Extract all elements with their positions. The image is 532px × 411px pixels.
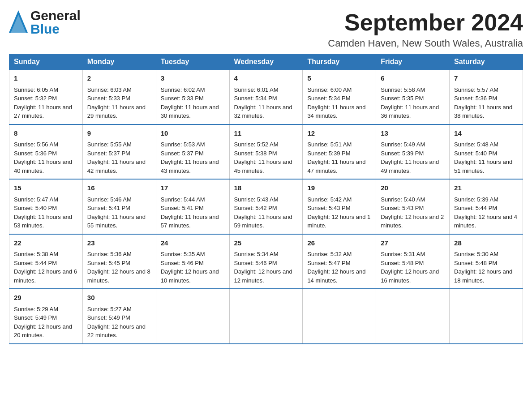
- day-info: Sunrise: 5:39 AMSunset: 5:44 PMDaylight:…: [454, 196, 517, 229]
- day-number: 19: [307, 183, 371, 193]
- day-number: 5: [307, 73, 371, 84]
- table-row: 13 Sunrise: 5:49 AMSunset: 5:39 PMDaylig…: [376, 124, 450, 180]
- day-number: 18: [234, 183, 298, 193]
- day-number: 9: [87, 128, 151, 139]
- day-info: Sunrise: 5:44 AMSunset: 5:41 PMDaylight:…: [161, 196, 219, 229]
- day-number: 12: [307, 128, 371, 139]
- header-monday: Monday: [82, 54, 156, 70]
- table-row: 30 Sunrise: 5:27 AMSunset: 5:49 PMDaylig…: [82, 289, 156, 344]
- day-info: Sunrise: 5:29 AMSunset: 5:49 PMDaylight:…: [14, 306, 72, 339]
- day-number: 25: [234, 238, 298, 248]
- day-info: Sunrise: 5:55 AMSunset: 5:37 PMDaylight:…: [87, 141, 146, 174]
- day-info: Sunrise: 5:47 AMSunset: 5:40 PMDaylight:…: [14, 196, 72, 229]
- table-row: 20 Sunrise: 5:40 AMSunset: 5:43 PMDaylig…: [376, 179, 450, 234]
- table-row: 16 Sunrise: 5:46 AMSunset: 5:41 PMDaylig…: [82, 179, 156, 234]
- day-info: Sunrise: 5:53 AMSunset: 5:37 PMDaylight:…: [161, 141, 219, 174]
- calendar-week-row: 15 Sunrise: 5:47 AMSunset: 5:40 PMDaylig…: [9, 179, 523, 234]
- table-row: 19 Sunrise: 5:42 AMSunset: 5:43 PMDaylig…: [303, 179, 376, 234]
- day-info: Sunrise: 5:27 AMSunset: 5:49 PMDaylight:…: [87, 306, 146, 339]
- day-number: 14: [454, 128, 518, 139]
- page-header: General Blue September 2024 Camden Haven…: [9, 9, 523, 49]
- day-info: Sunrise: 5:38 AMSunset: 5:44 PMDaylight:…: [14, 251, 77, 284]
- table-row: 7 Sunrise: 5:57 AMSunset: 5:36 PMDayligh…: [450, 70, 523, 124]
- day-number: 7: [454, 73, 518, 84]
- day-number: 29: [14, 293, 78, 303]
- day-info: Sunrise: 5:43 AMSunset: 5:42 PMDaylight:…: [234, 196, 292, 229]
- day-number: 13: [381, 128, 445, 139]
- table-row: 26 Sunrise: 5:32 AMSunset: 5:47 PMDaylig…: [303, 234, 376, 289]
- day-info: Sunrise: 6:05 AMSunset: 5:32 PMDaylight:…: [14, 86, 72, 120]
- table-row: 15 Sunrise: 5:47 AMSunset: 5:40 PMDaylig…: [9, 179, 83, 234]
- table-row: 4 Sunrise: 6:01 AMSunset: 5:34 PMDayligh…: [229, 70, 303, 124]
- table-row: [229, 289, 303, 344]
- logo-icon: [9, 10, 28, 34]
- table-row: 8 Sunrise: 5:56 AMSunset: 5:36 PMDayligh…: [9, 124, 83, 180]
- header-friday: Friday: [376, 54, 450, 70]
- day-number: 1: [14, 73, 78, 84]
- location-title: Camden Haven, New South Wales, Australia: [328, 38, 523, 49]
- title-block: September 2024 Camden Haven, New South W…: [328, 9, 523, 49]
- day-info: Sunrise: 5:57 AMSunset: 5:36 PMDaylight:…: [454, 86, 512, 120]
- day-info: Sunrise: 5:58 AMSunset: 5:35 PMDaylight:…: [381, 86, 439, 120]
- header-tuesday: Tuesday: [156, 54, 229, 70]
- table-row: 24 Sunrise: 5:35 AMSunset: 5:46 PMDaylig…: [156, 234, 229, 289]
- logo-general-text: General: [30, 9, 81, 22]
- table-row: 2 Sunrise: 6:03 AMSunset: 5:33 PMDayligh…: [82, 70, 156, 124]
- day-number: 28: [454, 238, 518, 248]
- table-row: 23 Sunrise: 5:36 AMSunset: 5:45 PMDaylig…: [82, 234, 156, 289]
- day-number: 11: [234, 128, 298, 139]
- table-row: [376, 289, 450, 344]
- month-title: September 2024: [328, 9, 523, 36]
- header-sunday: Sunday: [9, 54, 83, 70]
- day-number: 30: [87, 293, 151, 303]
- day-info: Sunrise: 5:42 AMSunset: 5:43 PMDaylight:…: [307, 196, 370, 229]
- day-info: Sunrise: 6:03 AMSunset: 5:33 PMDaylight:…: [87, 86, 146, 120]
- table-row: 27 Sunrise: 5:31 AMSunset: 5:48 PMDaylig…: [376, 234, 450, 289]
- table-row: 1 Sunrise: 6:05 AMSunset: 5:32 PMDayligh…: [9, 70, 83, 124]
- day-number: 6: [381, 73, 445, 84]
- header-thursday: Thursday: [303, 54, 376, 70]
- table-row: 21 Sunrise: 5:39 AMSunset: 5:44 PMDaylig…: [450, 179, 523, 234]
- day-number: 10: [161, 128, 225, 139]
- table-row: 11 Sunrise: 5:52 AMSunset: 5:38 PMDaylig…: [229, 124, 303, 180]
- table-row: 25 Sunrise: 5:34 AMSunset: 5:46 PMDaylig…: [229, 234, 303, 289]
- day-number: 21: [454, 183, 518, 193]
- calendar-table: Sunday Monday Tuesday Wednesday Thursday…: [9, 54, 523, 344]
- logo-wordmark: General Blue: [30, 9, 81, 36]
- table-row: 6 Sunrise: 5:58 AMSunset: 5:35 PMDayligh…: [376, 70, 450, 124]
- day-number: 4: [234, 73, 298, 84]
- day-info: Sunrise: 5:51 AMSunset: 5:39 PMDaylight:…: [307, 141, 365, 174]
- calendar-header-row: Sunday Monday Tuesday Wednesday Thursday…: [9, 54, 523, 70]
- day-number: 15: [14, 183, 78, 193]
- calendar-week-row: 8 Sunrise: 5:56 AMSunset: 5:36 PMDayligh…: [9, 124, 523, 180]
- day-info: Sunrise: 5:49 AMSunset: 5:39 PMDaylight:…: [381, 141, 439, 174]
- calendar-week-row: 22 Sunrise: 5:38 AMSunset: 5:44 PMDaylig…: [9, 234, 523, 289]
- table-row: [450, 289, 523, 344]
- table-row: 29 Sunrise: 5:29 AMSunset: 5:49 PMDaylig…: [9, 289, 83, 344]
- day-number: 27: [381, 238, 445, 248]
- table-row: 22 Sunrise: 5:38 AMSunset: 5:44 PMDaylig…: [9, 234, 83, 289]
- day-number: 2: [87, 73, 151, 84]
- table-row: 10 Sunrise: 5:53 AMSunset: 5:37 PMDaylig…: [156, 124, 229, 180]
- day-info: Sunrise: 5:46 AMSunset: 5:41 PMDaylight:…: [87, 196, 146, 229]
- day-info: Sunrise: 5:40 AMSunset: 5:43 PMDaylight:…: [381, 196, 444, 229]
- day-info: Sunrise: 5:36 AMSunset: 5:45 PMDaylight:…: [87, 251, 150, 284]
- table-row: [156, 289, 229, 344]
- day-info: Sunrise: 6:02 AMSunset: 5:33 PMDaylight:…: [161, 86, 219, 120]
- table-row: 12 Sunrise: 5:51 AMSunset: 5:39 PMDaylig…: [303, 124, 376, 180]
- header-wednesday: Wednesday: [229, 54, 303, 70]
- day-number: 24: [161, 238, 225, 248]
- table-row: 9 Sunrise: 5:55 AMSunset: 5:37 PMDayligh…: [82, 124, 156, 180]
- day-number: 16: [87, 183, 151, 193]
- table-row: [303, 289, 376, 344]
- day-info: Sunrise: 6:01 AMSunset: 5:34 PMDaylight:…: [234, 86, 292, 120]
- day-info: Sunrise: 6:00 AMSunset: 5:34 PMDaylight:…: [307, 86, 365, 120]
- calendar-week-row: 29 Sunrise: 5:29 AMSunset: 5:49 PMDaylig…: [9, 289, 523, 344]
- day-number: 20: [381, 183, 445, 193]
- day-info: Sunrise: 5:56 AMSunset: 5:36 PMDaylight:…: [14, 141, 72, 174]
- day-info: Sunrise: 5:34 AMSunset: 5:46 PMDaylight:…: [234, 251, 292, 284]
- day-number: 22: [14, 238, 78, 248]
- logo: General Blue: [9, 9, 81, 36]
- table-row: 3 Sunrise: 6:02 AMSunset: 5:33 PMDayligh…: [156, 70, 229, 124]
- day-info: Sunrise: 5:30 AMSunset: 5:48 PMDaylight:…: [454, 251, 512, 284]
